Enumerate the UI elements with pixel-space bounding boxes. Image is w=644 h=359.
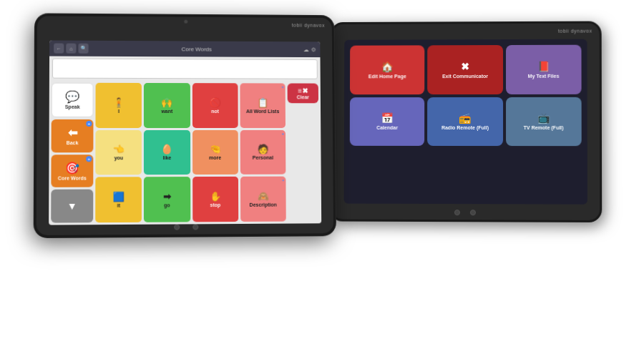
back-btn-text-files[interactable]: 📕 My Text Files — [506, 45, 582, 94]
i-icon: 🧍 — [113, 97, 125, 108]
radio-icon: 📻 — [459, 112, 471, 124]
plus-description: + — [282, 178, 285, 182]
word-cell-stop[interactable]: ✋ stop — [192, 177, 238, 222]
all-word-lists-icon: 📋 — [257, 97, 268, 108]
like-icon: 🥚 — [161, 144, 172, 155]
word-cell-not[interactable]: 🚫 not — [192, 83, 238, 127]
right-spacer — [288, 105, 319, 221]
front-dot-2 — [192, 224, 198, 230]
word-cell-all-word-lists[interactable]: + 📋 All Word Lists — [240, 83, 286, 127]
description-icon: 🙈 — [258, 191, 269, 202]
back-screen: 🏠 Edit Home Page ✖ Exit Communicator 📕 M… — [344, 39, 587, 205]
stop-icon: ✋ — [210, 191, 221, 202]
want-icon: 🙌 — [161, 97, 172, 108]
speak-button[interactable]: 💬 Speak — [52, 83, 94, 117]
tablet-back: tobii dynavox 🏠 Edit Home Page ✖ Exit Co… — [330, 21, 602, 223]
front-dot-1 — [174, 225, 180, 230]
back-dot-1 — [454, 210, 460, 215]
screen-title: Core Words — [93, 45, 299, 52]
back-btn-exit[interactable]: ✖ Exit Communicator — [427, 45, 502, 94]
back-button[interactable]: + ⬅ Back — [52, 119, 94, 152]
tablet-front: tobii dynavox ← ⌂ 🔍 Core Words ☁ ⚙ — [34, 14, 336, 237]
word-grid: 🧍 I 🙌 want 🚫 not + 📋 All Word List — [95, 83, 286, 222]
left-column: 💬 Speak + ⬅ Back + 🎯 Core Words ▼ — [51, 83, 93, 223]
camera — [184, 20, 187, 24]
clear-button[interactable]: ≡✖ Clear — [288, 84, 318, 104]
search-nav-icon[interactable]: 🔍 — [78, 44, 88, 54]
word-cell-description[interactable]: + 🙈 Description — [240, 177, 286, 222]
screen-header: ← ⌂ 🔍 Core Words ☁ ⚙ — [49, 40, 320, 57]
speak-icon: 💬 — [65, 90, 79, 104]
home-nav-icon[interactable]: ⌂ — [66, 44, 76, 54]
home-icon: 🏠 — [381, 61, 394, 72]
plus-all-word: + — [281, 84, 283, 89]
tv-icon: 📺 — [537, 112, 550, 124]
back-dot-2 — [470, 210, 476, 215]
back-bottom-dots — [454, 210, 476, 215]
word-cell-you[interactable]: 👈 you — [95, 130, 142, 175]
front-screen: ← ⌂ 🔍 Core Words ☁ ⚙ 💬 Speak — [49, 40, 321, 225]
nav-icons: ← ⌂ 🔍 — [54, 44, 88, 54]
word-cell-like[interactable]: 🥚 like — [144, 130, 190, 175]
cloud-icon: ☁ — [303, 46, 309, 53]
back-btn-edit-home[interactable]: 🏠 Edit Home Page — [350, 45, 425, 94]
word-cell-i[interactable]: 🧍 I — [95, 83, 142, 128]
word-cell-more[interactable]: 🤏 more — [192, 130, 238, 175]
not-icon: 🚫 — [209, 97, 220, 108]
down-icon: ▼ — [67, 200, 77, 212]
front-top-bar: tobii dynavox — [37, 16, 332, 31]
exit-icon: ✖ — [461, 61, 469, 72]
plus-personal: + — [282, 132, 285, 136]
scene: tobii dynavox 🏠 Edit Home Page ✖ Exit Co… — [0, 0, 644, 359]
core-icon: 🎯 — [65, 161, 79, 174]
plus-badge-back: + — [86, 121, 92, 127]
text-input-bar[interactable] — [52, 59, 318, 79]
plus-badge-core: + — [86, 156, 92, 162]
back-icon: ⬅ — [67, 126, 77, 139]
brand-front: tobii dynavox — [292, 22, 325, 27]
clear-icon: ≡✖ — [298, 87, 308, 94]
down-button[interactable]: ▼ — [51, 190, 93, 223]
settings-icon: ⚙ — [311, 46, 316, 53]
personal-icon: 🧑 — [257, 144, 268, 154]
go-icon: ➡ — [163, 191, 171, 202]
you-icon: 👈 — [113, 144, 125, 155]
core-words-button[interactable]: + 🎯 Core Words — [51, 154, 93, 187]
back-btn-tv[interactable]: 📺 TV Remote (Full) — [506, 97, 582, 147]
front-bottom-dots — [174, 224, 198, 230]
word-cell-personal[interactable]: + 🧑 Personal — [240, 130, 286, 175]
cloud-icons: ☁ ⚙ — [303, 46, 316, 53]
brand-back: tobii dynavox — [558, 28, 592, 33]
right-column: ≡✖ Clear — [288, 84, 320, 222]
more-icon: 🤏 — [210, 144, 221, 154]
it-icon: 🟦 — [113, 192, 125, 202]
word-cell-want[interactable]: 🙌 want — [144, 83, 190, 128]
back-btn-calendar[interactable]: 📅 Calendar — [350, 97, 425, 147]
word-cell-it[interactable]: 🟦 it — [95, 177, 142, 223]
back-btn-radio[interactable]: 📻 Radio Remote (Full) — [427, 97, 502, 147]
calendar-icon: 📅 — [381, 113, 394, 124]
back-nav-icon[interactable]: ← — [54, 44, 64, 54]
word-cell-go[interactable]: ➡ go — [144, 177, 190, 222]
files-icon: 📕 — [537, 61, 550, 72]
main-grid: 💬 Speak + ⬅ Back + 🎯 Core Words ▼ — [49, 81, 321, 225]
